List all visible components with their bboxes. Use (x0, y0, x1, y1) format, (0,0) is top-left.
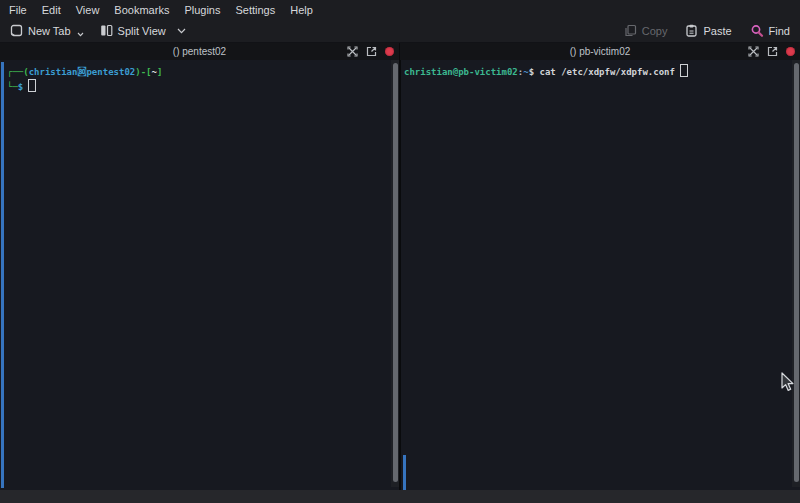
scroll-highlight-bar (1, 62, 4, 488)
pane-title-left: () pentest02 (173, 46, 226, 57)
prompt-user-host: christian㉏pentest02 (29, 67, 136, 77)
prompt-segment: ┌──( (7, 67, 29, 77)
split-view-button[interactable]: Split View (100, 24, 186, 37)
terminal-cursor (28, 79, 36, 92)
prompt-segment: ] (157, 67, 162, 77)
menu-help[interactable]: Help (284, 2, 319, 18)
scrollbar-thumb[interactable] (393, 63, 398, 482)
new-tab-button[interactable]: New Tab (10, 24, 84, 37)
menu-edit[interactable]: Edit (36, 2, 67, 18)
scrollbar-thumb[interactable] (794, 63, 799, 482)
prompt-segment: )-[ (135, 67, 151, 77)
detach-tab-icon[interactable] (767, 43, 778, 61)
split-view-icon (100, 24, 113, 37)
menu-view[interactable]: View (70, 2, 106, 18)
terminal-cursor (680, 64, 688, 77)
paste-label: Paste (703, 25, 731, 37)
prompt-user-host: christian@pb-victim02 (404, 67, 518, 77)
find-button[interactable]: Find (750, 24, 790, 38)
menu-bar: File Edit View Bookmarks Plugins Setting… (0, 0, 800, 19)
find-label: Find (769, 25, 790, 37)
copy-button[interactable]: Copy (624, 24, 668, 37)
prompt-symbol: $ (18, 82, 23, 92)
paste-icon (685, 24, 698, 37)
detach-tab-icon[interactable] (366, 43, 377, 61)
copy-label: Copy (642, 25, 668, 37)
toolbar: New Tab Split View Copy Paste (0, 19, 800, 42)
split-view-chevron-down-icon[interactable] (177, 28, 186, 34)
command-text: cat /etc/xdpfw/xdpfw.conf (534, 67, 675, 77)
scrollbar-track[interactable] (391, 60, 399, 487)
window-bottom-edge (0, 490, 800, 503)
close-pane-button[interactable] (385, 47, 394, 56)
terminal-output-left: ┌──(christian㉏pentest02)-[~] └─$ (7, 66, 162, 94)
expand-view-icon[interactable] (748, 43, 759, 61)
scrollbar-track[interactable] (792, 60, 800, 487)
scroll-highlight-bar (403, 455, 406, 490)
new-tab-icon (10, 24, 23, 37)
prompt-segment: └─ (7, 82, 18, 92)
terminal-pane-pb-victim02[interactable]: christian@pb-victim02:~$ cat /etc/xdpfw/… (401, 60, 800, 490)
new-tab-label: New Tab (28, 25, 71, 37)
split-title-bar: () pentest02 () pb-victim02 (0, 42, 800, 60)
menu-bookmarks[interactable]: Bookmarks (108, 2, 175, 18)
expand-view-icon[interactable] (347, 43, 358, 61)
pane-tab-pentest02[interactable]: () pentest02 (0, 43, 399, 60)
terminal-pane-pentest02[interactable]: ┌──(christian㉏pentest02)-[~] └─$ (0, 60, 399, 490)
pane-title-right: () pb-victim02 (570, 46, 631, 57)
menu-plugins[interactable]: Plugins (178, 2, 226, 18)
terminal-output-right: christian@pb-victim02:~$ cat /etc/xdpfw/… (404, 64, 688, 79)
copy-icon (624, 24, 637, 37)
menu-file[interactable]: File (3, 2, 33, 18)
split-view-label: Split View (118, 25, 166, 37)
close-pane-button[interactable] (786, 47, 795, 56)
new-tab-dropdown-caret-icon[interactable] (77, 32, 84, 37)
paste-button[interactable]: Paste (685, 24, 731, 37)
menu-settings[interactable]: Settings (229, 2, 281, 18)
terminal-split-container: ┌──(christian㉏pentest02)-[~] └─$ christi… (0, 60, 800, 490)
find-icon (750, 24, 764, 38)
pane-tab-pb-victim02[interactable]: () pb-victim02 (399, 43, 800, 60)
